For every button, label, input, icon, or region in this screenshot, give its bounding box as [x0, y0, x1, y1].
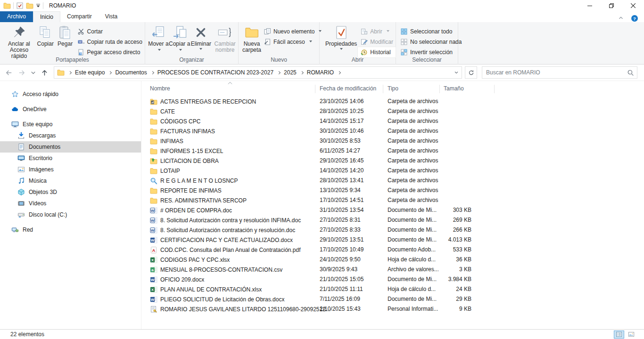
file-row[interactable]: A COD.CPC. Consulta del Plan Anual de Co… [141, 245, 644, 255]
thumbnails-view-button[interactable] [626, 331, 636, 339]
file-row[interactable]: INFORMES 1-15 EXCEL 6/11/2025 14:27 Carp… [141, 146, 644, 156]
file-row[interactable]: LOTAIP 14/10/2025 14:20 Carpeta de archi… [141, 166, 644, 176]
file-row[interactable]: W OFICIO 209.docx 21/10/2025 15:05 Docum… [141, 274, 644, 284]
file-row[interactable]: LICITACION DE OBRA 29/10/2025 16:45 Carp… [141, 156, 644, 166]
column-divider[interactable] [315, 85, 315, 93]
file-row[interactable]: W # ORDEN DE COMPRA.doc 31/10/2025 13:54… [141, 205, 644, 215]
file-type: Documento de Mi... [388, 207, 438, 213]
select-all-button[interactable]: Seleccionar todo [398, 26, 464, 37]
refresh-button[interactable] [465, 66, 477, 79]
file-row[interactable]: a MENSUAL 8-PROCESOS-CONTRATACION.csv 30… [141, 265, 644, 274]
file-row[interactable]: X PLAN ANUAL DE CONTRATACIÓN.xlsx 21/10/… [141, 284, 644, 294]
new-item-button[interactable]: Nuevo elemento [261, 26, 324, 37]
sidebar-item-disco-local-c[interactable]: Disco local (C:) [0, 209, 141, 220]
breadcrumb-documentos[interactable]: Documentos [114, 69, 148, 76]
delete-button[interactable]: Eliminar [190, 24, 212, 51]
history-button[interactable]: Historial [358, 47, 396, 57]
sidebar-item-red[interactable]: Red [0, 224, 141, 235]
sidebar-item-imágenes[interactable]: Imágenes [0, 164, 141, 175]
file-row[interactable]: R E G L A M E N T O LOSNCP 28/10/2025 13… [141, 176, 644, 186]
copy-to-button[interactable]: Copiar a [169, 24, 190, 53]
collapse-ribbon-button[interactable] [618, 15, 625, 22]
sidebar-item-onedrive[interactable]: OneDrive [0, 104, 141, 115]
file-row[interactable]: ROMARIO JESUS GAVILANES LITARDO 12511096… [141, 304, 644, 314]
tab-compartir[interactable]: Compartir [60, 11, 99, 22]
easy-access-button[interactable]: Fácil acceso [261, 37, 324, 47]
chevron-down-icon [454, 70, 459, 75]
move-to-button[interactable]: Mover a [148, 24, 169, 53]
column-divider[interactable] [494, 85, 495, 93]
select-none-button[interactable]: No seleccionar nada [398, 37, 464, 47]
column-header-tamano[interactable]: Tamaño [444, 85, 464, 92]
paste-shortcut-button[interactable]: Pegar acceso directo [75, 47, 145, 57]
file-row[interactable]: CATE 28/10/2025 10:25 Carpeta de archivo… [141, 106, 644, 116]
sidebar-item-vídeos[interactable]: Vídeos [0, 198, 141, 209]
tab-archivo[interactable]: Archivo [0, 11, 33, 22]
address-bar[interactable]: Este equipoDocumentosPROCESOS DE CONTRAT… [54, 66, 462, 79]
open-button[interactable]: Abrir [358, 26, 396, 37]
sidebar-item-acceso-rápido[interactable]: Acceso rápido [0, 89, 141, 100]
breadcrumb-romario[interactable]: ROMARIO [306, 69, 335, 76]
move-to-icon [151, 25, 166, 40]
up-button[interactable] [39, 67, 50, 78]
column-header-fecha[interactable]: Fecha de modificación [320, 85, 376, 92]
file-row[interactable]: W CERTIFICACION PAC Y CATE ACTUALIZADO.d… [141, 235, 644, 245]
qat-customize-button[interactable] [36, 4, 41, 8]
sidebar-item-este-equipo[interactable]: Este equipo [0, 119, 141, 130]
details-view-icon [616, 331, 622, 338]
file-row[interactable]: RES. ADMINISTRATIVA SERCOP 17/10/2025 14… [141, 195, 644, 205]
qat-properties-button[interactable] [16, 2, 24, 9]
file-row[interactable]: CÓDIGOS CPC 14/10/2025 15:17 Carpeta de … [141, 116, 644, 126]
column-divider[interactable] [439, 85, 440, 93]
file-row[interactable]: W 8. Solicitud Autorización contratación… [141, 225, 644, 235]
sidebar-item-label: Objetos 3D [29, 189, 57, 195]
sidebar-item-objetos-3d[interactable]: Objetos 3D [0, 186, 141, 198]
file-row[interactable]: FACTURAS INFIMAS 30/10/2025 10:46 Carpet… [141, 126, 644, 136]
tab-vista[interactable]: Vista [99, 11, 124, 22]
copy-path-button[interactable]: WCopiar ruta de acceso [75, 37, 145, 47]
properties-button[interactable]: Propiedades [324, 24, 358, 51]
file-date-modified: 17/10/2025 10:49 [320, 246, 363, 253]
file-row[interactable]: ACTAS ENTREGAS DE RECEPCION 23/10/2025 1… [141, 97, 644, 106]
help-button[interactable]: ? [631, 15, 638, 22]
breadcrumb-2025[interactable]: 2025 [283, 69, 297, 76]
back-button[interactable] [3, 67, 14, 78]
copy-button[interactable]: Copiar [35, 24, 56, 47]
new-folder-button[interactable]: Nueva carpeta [242, 24, 261, 53]
invert-selection-button[interactable]: Invertir selección [398, 47, 464, 57]
breadcrumb-este-equipo[interactable]: Este equipo [74, 69, 106, 76]
rename-button[interactable]: Cambiar nombre [212, 24, 238, 53]
paste-button[interactable]: Pegar [56, 24, 75, 47]
new-item-icon [264, 28, 271, 35]
column-header-tipo[interactable]: Tipo [388, 85, 398, 92]
sidebar-item-descargas[interactable]: Descargas [0, 130, 141, 141]
folder-icon [150, 137, 157, 145]
search-input[interactable] [486, 69, 627, 76]
file-type: Hoja de cálculo d... [388, 286, 438, 292]
file-row[interactable]: W 8. Solicitud Autorización contra y res… [141, 215, 644, 225]
details-view-button[interactable] [614, 331, 624, 339]
column-divider[interactable] [383, 85, 383, 93]
file-row[interactable]: INFIMAS 30/10/2025 8:53 Carpeta de archi… [141, 136, 644, 146]
address-dropdown-button[interactable] [451, 70, 462, 75]
file-row[interactable]: X CODIGOS PAC Y CPC.xlsx 24/10/2025 9:50… [141, 255, 644, 265]
qat-new-folder-button[interactable] [26, 2, 33, 9]
tab-inicio[interactable]: Inicio [33, 11, 60, 22]
file-row[interactable]: W PLIEGO SOLICITUD de Licitación de Obra… [141, 294, 644, 304]
minimize-button[interactable] [579, 0, 601, 11]
close-button[interactable] [622, 0, 644, 11]
file-row[interactable]: REPORTE DE INFIMAS 13/10/2025 9:34 Carpe… [141, 186, 644, 195]
restore-button[interactable] [601, 0, 622, 11]
breadcrumb-procesos-de-contratacion-2023-2027[interactable]: PROCESOS DE CONTRATACION 2023-2027 [157, 69, 274, 76]
dropdown-caret-icon [199, 48, 202, 51]
recent-locations-button[interactable] [29, 67, 37, 78]
sidebar-item-documentos[interactable]: Documentos [0, 141, 141, 153]
cut-button[interactable]: Cortar [75, 26, 145, 37]
edit-button[interactable]: Modificar [358, 37, 396, 47]
file-name: 8. Solicitud Autorización contratación y… [160, 227, 295, 234]
column-header-nombre[interactable]: Nombre [150, 85, 170, 92]
sidebar-item-música[interactable]: Música [0, 175, 141, 186]
forward-button[interactable] [16, 67, 27, 78]
sidebar-item-escritorio[interactable]: Escritorio [0, 153, 141, 164]
pin-quick-access-button[interactable]: Anclar al Acceso rápido [3, 24, 35, 59]
